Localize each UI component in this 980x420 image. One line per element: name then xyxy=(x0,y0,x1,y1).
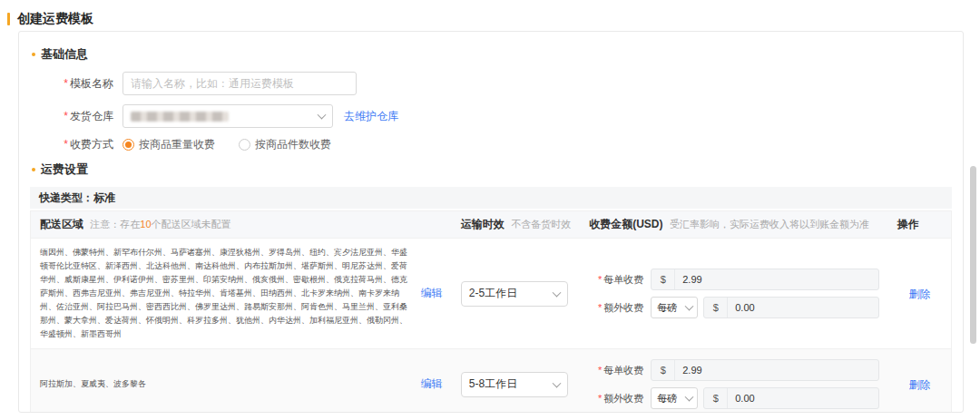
delivery-time-value: 2-5工作日 xyxy=(469,286,517,301)
table-row: 缅因州、佛蒙特州、新罕布什尔州、马萨诸塞州、康涅狄格州、罗得岛州、纽约、宾夕法尼… xyxy=(31,239,952,349)
chevron-down-icon xyxy=(318,111,327,120)
required-mark: * xyxy=(598,274,602,285)
action-cell: 删除 xyxy=(888,239,952,349)
radio-charge-by-weight-label: 按商品重量收费 xyxy=(139,137,215,152)
title-accent-bar xyxy=(7,13,10,25)
extra-fee-unit-value: 每磅 xyxy=(657,392,677,405)
page-title: 创建运费模板 xyxy=(17,11,93,27)
extra-fee-input[interactable] xyxy=(728,298,878,317)
per-order-fee-input[interactable] xyxy=(675,269,878,289)
required-mark: * xyxy=(598,393,602,404)
table-header-row: 配送区域 注意：存在10个配送区域未配置 运输时效 不含备货时效 收费金额(US… xyxy=(31,211,952,239)
action-column-header: 操作 xyxy=(888,211,952,239)
currency-symbol: $ xyxy=(652,360,675,380)
charge-method-label: *收费方式 xyxy=(37,137,113,152)
currency-symbol: $ xyxy=(704,298,728,317)
section-bullet-icon xyxy=(32,53,35,56)
currency-symbol: $ xyxy=(652,269,675,289)
chevron-down-icon xyxy=(685,302,694,311)
warehouse-label: *发货仓库 xyxy=(37,109,113,124)
edit-region-link[interactable]: 编辑 xyxy=(421,376,443,392)
action-cell: 删除 xyxy=(888,349,952,414)
required-mark: * xyxy=(598,365,602,376)
express-type-bar: 快递类型：标准 xyxy=(30,187,952,209)
table-row: 阿拉斯加、夏威夷、波多黎各 编辑 5-8工作日 *每单收费 $ xyxy=(31,349,952,414)
chevron-down-icon xyxy=(685,393,694,402)
chevron-down-icon xyxy=(552,288,561,297)
warehouse-row: *发货仓库 去维护仓库 xyxy=(37,104,952,128)
delivery-time-select[interactable]: 5-8工作日 xyxy=(461,372,568,397)
time-cell: 5-8工作日 xyxy=(452,349,580,414)
radio-charge-by-piece-label: 按商品件数收费 xyxy=(255,137,331,152)
extra-fee-label: *额外收费 xyxy=(589,301,643,315)
fee-column-note: 受汇率影响，实际运费收入将以到账金额为准 xyxy=(670,219,869,230)
per-order-fee-label: *每单收费 xyxy=(589,273,643,287)
region-column-note: 注意：存在10个配送区域未配置 xyxy=(90,219,230,230)
extra-fee-unit-value: 每磅 xyxy=(657,301,677,315)
maintain-warehouse-link[interactable]: 去维护仓库 xyxy=(344,109,398,124)
fee-cell: *每单收费 $ *额外收费 每磅 $ xyxy=(580,239,888,349)
basic-info-section-title: 基础信息 xyxy=(41,46,88,63)
template-name-row: *模板名称 xyxy=(37,72,952,95)
basic-info-section-header: 基础信息 xyxy=(32,46,952,63)
delete-row-link[interactable]: 删除 xyxy=(908,378,930,391)
basic-info-form: *模板名称 *发货仓库 去维护仓库 *收费方式 按商品重量收费 按商品件数收费 xyxy=(37,72,952,152)
shipping-settings-section-header: 运费设置 xyxy=(32,161,952,178)
required-mark: * xyxy=(64,138,68,151)
extra-fee-field: $ xyxy=(703,297,879,318)
region-column-header: 配送区域 注意：存在10个配送区域未配置 xyxy=(31,211,452,239)
extra-fee-label: *额外收费 xyxy=(589,392,643,405)
radio-charge-by-weight[interactable]: 按商品重量收费 xyxy=(122,137,215,152)
warehouse-select[interactable] xyxy=(122,104,333,128)
extra-fee-unit-select[interactable]: 每磅 xyxy=(651,297,698,318)
delivery-time-value: 5-8工作日 xyxy=(469,376,517,392)
radio-unselected-icon xyxy=(239,139,250,151)
extra-fee-unit-select[interactable]: 每磅 xyxy=(651,387,698,409)
unconfigured-count: 10 xyxy=(140,219,151,230)
template-name-label: *模板名称 xyxy=(37,76,113,92)
scrollbar-thumb[interactable] xyxy=(970,166,976,344)
shipping-settings-section-title: 运费设置 xyxy=(41,161,88,178)
per-order-fee-group: *每单收费 $ xyxy=(589,269,879,290)
per-order-fee-group: *每单收费 $ xyxy=(589,359,879,381)
charge-method-row: *收费方式 按商品重量收费 按商品件数收费 xyxy=(37,137,952,152)
region-cell: 缅因州、佛蒙特州、新罕布什尔州、马萨诸塞州、康涅狄格州、罗得岛州、纽约、宾夕法尼… xyxy=(31,239,452,349)
currency-symbol: $ xyxy=(704,388,728,408)
per-order-fee-label: *每单收费 xyxy=(589,364,643,377)
edit-region-link[interactable]: 编辑 xyxy=(421,286,443,301)
region-cell: 阿拉斯加、夏威夷、波多黎各 编辑 xyxy=(31,349,452,414)
fee-cell: *每单收费 $ *额外收费 每磅 $ xyxy=(580,349,888,414)
delivery-time-select[interactable]: 2-5工作日 xyxy=(461,281,568,307)
section-bullet-icon xyxy=(32,168,35,171)
radio-charge-by-piece[interactable]: 按商品件数收费 xyxy=(239,137,331,152)
extra-fee-field: $ xyxy=(703,387,879,409)
region-list: 阿拉斯加、夏威夷、波多黎各 xyxy=(40,377,414,391)
fee-column-header: 收费金额(USD) 受汇率影响，实际运费收入将以到账金额为准 xyxy=(580,211,888,239)
shipping-fee-table: 配送区域 注意：存在10个配送区域未配置 运输时效 不含备货时效 收费金额(US… xyxy=(30,210,952,413)
warehouse-selected-value-redacted xyxy=(131,112,229,122)
template-name-input[interactable] xyxy=(122,72,357,95)
delete-row-link[interactable]: 删除 xyxy=(908,288,930,300)
per-order-fee-field: $ xyxy=(651,269,879,290)
time-cell: 2-5工作日 xyxy=(452,239,580,349)
per-order-fee-field: $ xyxy=(651,359,879,381)
extra-fee-group: *额外收费 每磅 $ xyxy=(589,297,879,318)
region-list: 缅因州、佛蒙特州、新罕布什尔州、马萨诸塞州、康涅狄格州、罗得岛州、纽约、宾夕法尼… xyxy=(40,246,414,341)
time-column-note: 不含备货时效 xyxy=(511,219,571,230)
required-mark: * xyxy=(598,302,602,313)
time-column-header: 运输时效 不含备货时效 xyxy=(452,211,580,239)
radio-selected-icon xyxy=(122,139,134,151)
chevron-down-icon xyxy=(552,378,561,387)
extra-fee-input[interactable] xyxy=(728,388,878,408)
template-form-card: 基础信息 *模板名称 *发货仓库 去维护仓库 *收费方式 按商品重量收费 按商品… xyxy=(18,31,964,413)
extra-fee-group: *额外收费 每磅 $ xyxy=(589,387,879,409)
required-mark: * xyxy=(64,77,68,90)
required-mark: * xyxy=(64,110,68,122)
page-header: 创建运费模板 xyxy=(0,0,980,27)
per-order-fee-input[interactable] xyxy=(675,360,878,380)
